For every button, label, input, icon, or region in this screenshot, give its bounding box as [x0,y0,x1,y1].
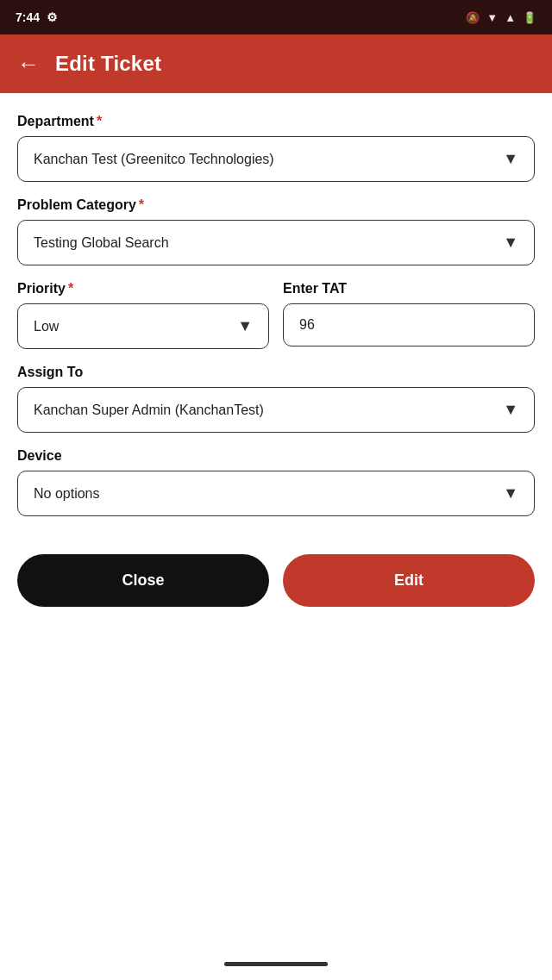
wifi-icon: ▼ [486,11,498,24]
department-value: Kanchan Test (Greenitco Technologies) [34,152,274,167]
problem-category-field-group: Problem Category * Testing Global Search… [17,197,535,265]
device-chevron-icon: ▼ [503,484,518,502]
device-label: Device [17,448,535,464]
tat-label: Enter TAT [283,281,535,296]
department-required-star: * [97,114,102,129]
edit-button[interactable]: Edit [283,554,535,607]
problem-category-label: Problem Category * [17,197,535,213]
problem-category-required-star: * [139,197,144,213]
signal-icon: ▲ [505,11,516,24]
device-field-group: Device No options ▼ [17,448,535,516]
priority-chevron-icon: ▼ [237,317,253,335]
tat-input[interactable] [283,303,535,346]
priority-required-star: * [68,281,73,296]
priority-select[interactable]: Low ▼ [17,303,269,349]
form-content: Department * Kanchan Test (Greenitco Tec… [0,93,552,902]
app-bar: ← Edit Ticket [0,34,552,93]
priority-value: Low [34,319,59,334]
time-display: 7:44 [16,10,40,24]
settings-icon: ⚙ [47,10,58,24]
device-select[interactable]: No options ▼ [17,471,535,516]
back-button[interactable]: ← [17,51,40,78]
home-indicator [224,962,328,966]
assign-to-value: Kanchan Super Admin (KanchanTest) [34,403,264,418]
priority-label: Priority * [17,281,269,296]
mute-icon: 🔕 [466,11,480,24]
problem-category-chevron-icon: ▼ [503,234,518,252]
back-icon: ← [17,51,40,78]
button-row: Close Edit [17,554,535,607]
problem-category-select[interactable]: Testing Global Search ▼ [17,220,535,265]
assign-to-select[interactable]: Kanchan Super Admin (KanchanTest) ▼ [17,387,535,433]
priority-tat-row: Priority * Low ▼ Enter TAT [17,281,535,349]
assign-to-label: Assign To [17,365,535,380]
status-bar-right: 🔕 ▼ ▲ 🔋 [466,11,536,24]
department-select[interactable]: Kanchan Test (Greenitco Technologies) ▼ [17,136,535,182]
department-chevron-icon: ▼ [503,150,518,168]
assign-to-chevron-icon: ▼ [503,401,518,419]
problem-category-value: Testing Global Search [34,235,169,251]
department-field-group: Department * Kanchan Test (Greenitco Tec… [17,114,535,182]
close-button[interactable]: Close [17,554,269,607]
status-bar-left: 7:44 ⚙ [16,10,58,24]
tat-field-group: Enter TAT [283,281,535,349]
page-title: Edit Ticket [55,52,161,76]
bottom-area [0,902,552,980]
status-bar: 7:44 ⚙ 🔕 ▼ ▲ 🔋 [0,0,552,34]
assign-to-field-group: Assign To Kanchan Super Admin (KanchanTe… [17,365,535,433]
device-value: No options [34,486,100,502]
department-label: Department * [17,114,535,129]
priority-field-group: Priority * Low ▼ [17,281,269,349]
battery-icon: 🔋 [523,11,536,24]
